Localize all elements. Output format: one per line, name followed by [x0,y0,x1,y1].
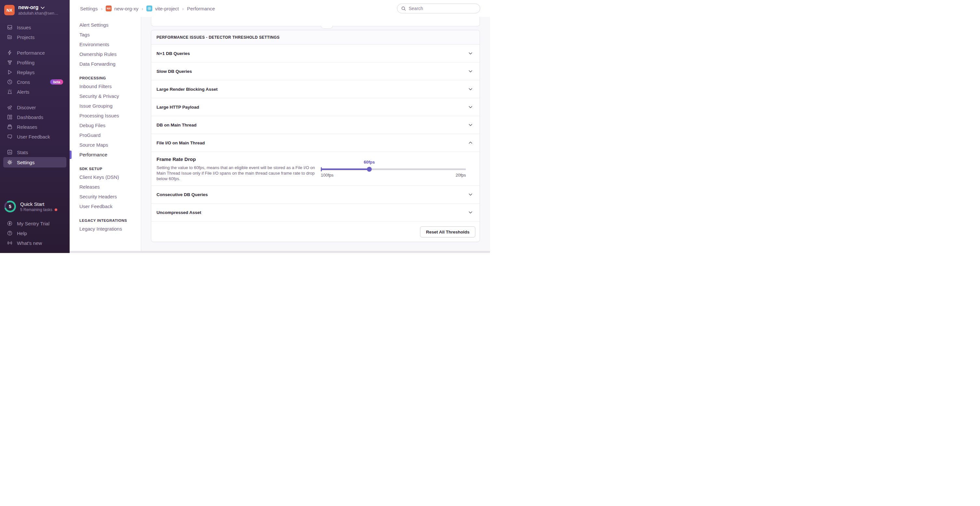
subnav-item-legacy-integrations[interactable]: Legacy Integrations [70,224,141,234]
sidebar-nav: Issues Projects Performance Profiling Re… [3,22,66,168]
subnav-item-label: Performance [80,152,107,157]
org-avatar: NX [4,5,14,15]
slider-thumb[interactable] [367,167,372,172]
search-input[interactable] [409,6,476,11]
org-meta: new-org abdullah.khan@sen… [18,5,58,16]
sidebar-item-user-feedback[interactable]: User Feedback [3,132,66,141]
subnav-item-client-keys[interactable]: Client Keys (DSN) [70,172,141,182]
reset-all-thresholds-button[interactable]: Reset All Thresholds [420,226,476,237]
sidebar-item-stats[interactable]: Stats [3,147,66,157]
chevron-down-icon [468,51,473,56]
collapse-tab[interactable] [321,26,333,29]
breadcrumb-performance[interactable]: Performance [187,6,215,11]
org-name: new-org [18,5,38,10]
breadcrumb-org[interactable]: NX new-org-xy [106,6,138,11]
subnav-item-source-maps[interactable]: Source Maps [70,140,141,150]
sidebar-item-releases[interactable]: Releases [3,122,66,132]
sidebar-item-crons[interactable]: Crons beta [3,77,66,87]
subnav-item-proguard[interactable]: ProGuard [70,130,141,140]
gear-icon [6,159,13,165]
search-box[interactable] [397,3,480,13]
sidebar-item-alerts[interactable]: Alerts [3,87,66,97]
breadcrumb-separator: › [101,6,102,11]
inbox-icon [6,24,13,30]
quick-start-widget[interactable]: 5 Quick Start 5 Remaining tasks [4,200,57,213]
settings-nav-list: Alert Settings Tags Environments Ownersh… [70,20,141,234]
breadcrumb-project[interactable]: vite-project [146,6,179,11]
slider-start-cap [321,167,322,171]
alert-dot [55,208,57,211]
subnav-item-issue-grouping[interactable]: Issue Grouping [70,101,141,111]
detector-threshold-panel: PERFORMANCE ISSUES - DETECTOR THRESHOLD … [151,30,480,242]
breadcrumb-label: vite-project [155,6,179,11]
subnav-section-legacy-integrations: LEGACY INTEGRATIONS [70,217,141,224]
sidebar-group-gap [3,42,66,48]
subnav-item-alert-settings[interactable]: Alert Settings [70,20,141,30]
horizontal-scrollbar-track[interactable] [70,251,490,253]
subnav-section-processing: PROCESSING [70,75,141,82]
broadcast-icon [6,240,13,246]
clock-history-icon [6,79,13,85]
frame-rate-drop-section: Frame Rate Drop Setting the value to 60f… [151,152,480,186]
sidebar-item-label: User Feedback [17,134,50,140]
breadcrumb-label: Settings [80,6,98,11]
panel-footer: Reset All Thresholds [151,222,480,242]
subnav-item-security-privacy[interactable]: Security & Privacy [70,91,141,101]
accordion-row-large-http-payload[interactable]: Large HTTP Payload [151,98,480,116]
sidebar-item-label: Settings [17,160,35,165]
subnav-item-processing-issues[interactable]: Processing Issues [70,111,141,121]
accordion-row-slow-db-queries[interactable]: Slow DB Queries [151,62,480,80]
accordion-row-db-on-main-thread[interactable]: DB on Main Thread [151,116,480,134]
chevron-up-icon [468,140,473,145]
sidebar-item-my-sentry-trial[interactable]: My Sentry Trial [3,219,66,228]
react-project-icon [146,6,152,11]
subnav-item-releases[interactable]: Releases [70,182,141,192]
sidebar-item-label: Crons [17,79,30,85]
sidebar-item-discover[interactable]: Discover [3,102,66,112]
chevron-down-icon [468,87,473,92]
sidebar-item-label: Issues [17,25,31,30]
subnav-item-user-feedback[interactable]: User Feedback [70,201,141,211]
chevron-down-icon [468,210,473,215]
sidebar-item-profiling[interactable]: Profiling [3,57,66,67]
subnav-item-ownership-rules[interactable]: Ownership Rules [70,49,141,59]
subnav-item-inbound-filters[interactable]: Inbound Filters [70,82,141,91]
subnav-item-tags[interactable]: Tags [70,30,141,40]
sidebar-item-help[interactable]: Help [3,228,66,238]
accordion-row-file-io-on-main-thread[interactable]: File I/O on Main Thread [151,134,480,152]
sidebar-item-dashboards[interactable]: Dashboards [3,112,66,122]
sidebar-item-label: Projects [17,35,35,40]
lightning-icon [6,50,13,56]
settings-subnav: Alert Settings Tags Environments Ownersh… [70,0,141,251]
slider-min-label: 100fps [321,173,334,178]
sidebar-item-performance[interactable]: Performance [3,48,66,57]
breadcrumb-settings[interactable]: Settings [80,6,98,11]
search-icon [401,6,406,11]
subnav-item-security-headers[interactable]: Security Headers [70,192,141,201]
subnav-item-debug-files[interactable]: Debug Files [70,121,141,130]
sidebar-item-label: Dashboards [17,114,43,120]
accordion-row-consecutive-db-queries[interactable]: Consecutive DB Queries [151,186,480,203]
bar-chart-icon [6,149,13,155]
sidebar-item-issues[interactable]: Issues [3,22,66,32]
sidebar-item-whats-new[interactable]: What's new [3,238,66,248]
accordion-row-n-plus-one-db-queries[interactable]: N+1 DB Queries [151,44,480,62]
help-icon [6,230,13,236]
sidebar-group-gap [3,141,66,147]
sidebar-item-settings[interactable]: Settings [3,157,66,168]
breadcrumb-separator: › [182,6,184,11]
slider-max-label: 20fps [455,173,466,178]
layout-icon [6,114,13,120]
sidebar-item-projects[interactable]: Projects [3,32,66,42]
sidebar-item-label: Replays [17,70,35,75]
flashlight-icon [6,60,13,66]
accordion-row-uncompressed-asset[interactable]: Uncompressed Asset [151,203,480,222]
org-switcher[interactable]: NX new-org abdullah.khan@sen… [0,0,70,16]
subnav-item-environments[interactable]: Environments [70,40,141,49]
sidebar-item-replays[interactable]: Replays [3,67,66,77]
subnav-item-performance[interactable]: Performance [70,150,141,160]
accordion-row-large-render-blocking-asset[interactable]: Large Render Blocking Asset [151,80,480,98]
telescope-icon [6,105,13,111]
slider-value-label: 60fps [364,160,375,165]
subnav-item-data-forwarding[interactable]: Data Forwarding [70,59,141,69]
